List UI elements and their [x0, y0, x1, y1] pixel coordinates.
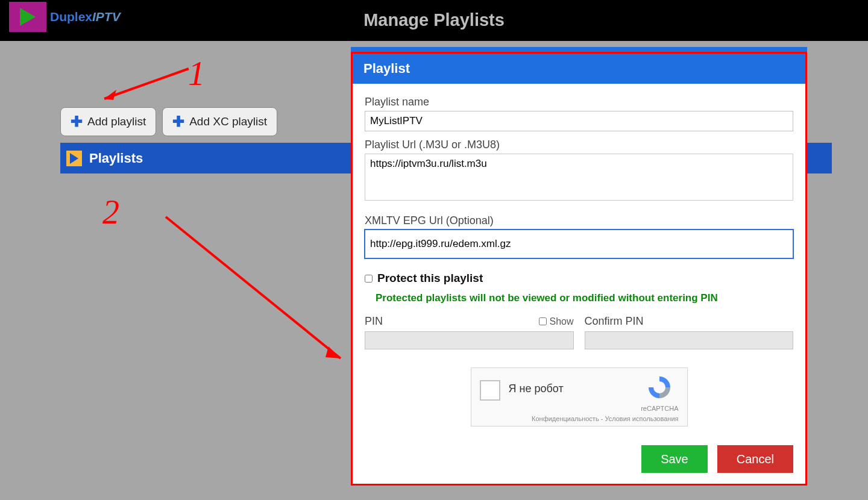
plus-icon: ✚: [71, 113, 83, 130]
add-xc-playlist-button[interactable]: ✚ Add XC playlist: [162, 107, 277, 136]
playlist-icon: [66, 151, 82, 166]
save-button[interactable]: Save: [641, 445, 708, 473]
page-title: Manage Playlists: [363, 10, 505, 30]
annotation-arrow-2: [160, 211, 353, 367]
svg-marker-0: [20, 8, 36, 26]
show-pin-label: Show: [549, 316, 573, 327]
playlist-url-input[interactable]: https://iptvm3u.ru/list.m3u: [365, 154, 793, 201]
brand-logo[interactable]: DuplexIPTV: [9, 2, 121, 32]
modal-footer: Save Cancel: [641, 445, 793, 473]
protect-playlist-checkbox[interactable]: [365, 275, 373, 283]
add-playlist-button[interactable]: ✚ Add playlist: [60, 107, 156, 136]
add-playlist-label: Add playlist: [87, 115, 146, 128]
svg-line-2: [104, 69, 189, 99]
add-xc-playlist-label: Add XC playlist: [189, 115, 267, 128]
playlist-actions: ✚ Add playlist ✚ Add XC playlist: [60, 107, 277, 136]
confirm-pin-input[interactable]: [585, 331, 794, 349]
recaptcha-text: Я не робот: [509, 383, 564, 395]
show-pin-checkbox[interactable]: [539, 317, 547, 325]
recaptcha-checkbox[interactable]: [480, 380, 500, 401]
brand-text: DuplexIPTV: [50, 10, 121, 24]
play-icon: [9, 2, 46, 32]
svg-marker-1: [70, 153, 78, 164]
annotation-number-2: 2: [102, 193, 119, 231]
cancel-button[interactable]: Cancel: [717, 445, 793, 473]
confirm-pin-label: Confirm PIN: [585, 315, 794, 328]
modal-body: Playlist name Playlist Url (.M3U or .M3U…: [353, 84, 805, 435]
protect-hint-text: Protected playlists will not be viewed o…: [376, 292, 793, 304]
recaptcha-footer: Конфиденциальность - Условия использован…: [532, 415, 678, 422]
recaptcha-logo: reCAPTCHA: [641, 374, 678, 412]
pin-label: PIN: [365, 315, 383, 328]
pin-input[interactable]: [365, 331, 574, 349]
protect-playlist-label: Protect this playlist: [377, 272, 483, 285]
playlist-modal: Playlist Playlist name Playlist Url (.M3…: [351, 52, 807, 486]
epg-url-label: XMLTV EPG Url (Optional): [365, 214, 793, 227]
modal-title: Playlist: [353, 54, 805, 84]
epg-url-input[interactable]: [365, 230, 793, 258]
playlists-label: Playlists: [89, 151, 143, 166]
top-bar: DuplexIPTV Manage Playlists: [0, 0, 868, 41]
svg-marker-5: [326, 346, 341, 358]
recaptcha-brand: reCAPTCHA: [641, 405, 678, 412]
annotation-arrow-1: [95, 63, 204, 111]
playlist-name-input[interactable]: [365, 111, 793, 131]
svg-marker-3: [104, 90, 116, 100]
recaptcha-widget[interactable]: Я не робот reCAPTCHA Конфиденциальность …: [471, 367, 688, 427]
annotation-number-1: 1: [188, 54, 205, 93]
plus-icon: ✚: [172, 113, 184, 130]
svg-line-4: [166, 217, 341, 358]
playlist-url-label: Playlist Url (.M3U or .M3U8): [365, 139, 793, 151]
playlist-name-label: Playlist name: [365, 96, 793, 108]
